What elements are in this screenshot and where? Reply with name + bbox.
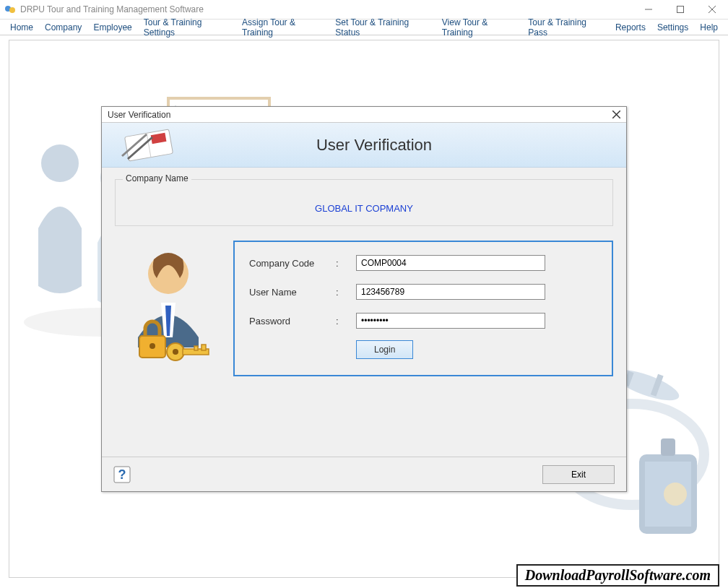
svg-point-12 — [41, 144, 79, 182]
svg-rect-21 — [661, 438, 675, 456]
dialog-footer: ? Exit — [102, 457, 626, 491]
dialog-title: User Verification — [108, 110, 609, 120]
menu-view-tour-training[interactable]: View Tour & Training — [436, 16, 523, 39]
menu-tour-training-pass[interactable]: Tour & Training Pass — [522, 16, 610, 39]
login-form-panel: Company Code : User Name : Password : Lo… — [233, 241, 613, 376]
maximize-button[interactable] — [664, 0, 696, 20]
menu-set-tour-training-status[interactable]: Set Tour & Training Status — [329, 16, 436, 39]
notebook-icon — [118, 129, 180, 162]
app-icon — [4, 4, 16, 15]
dialog-header: User Verification — [102, 123, 626, 168]
password-label: Password — [249, 316, 336, 327]
company-code-label: Company Code — [249, 258, 336, 269]
company-name-value: GLOBAL IT COPMANY — [124, 193, 604, 217]
menu-tour-training-settings[interactable]: Tour & Training Settings — [138, 16, 236, 39]
svg-point-34 — [173, 349, 178, 355]
dialog-titlebar: User Verification — [102, 107, 626, 123]
menu-home[interactable]: Home — [4, 21, 39, 34]
menu-company[interactable]: Company — [39, 21, 87, 34]
menu-assign-tour-training[interactable]: Assign Tour & Training — [236, 16, 329, 39]
watermark: DownloadPayrollSoftware.com — [516, 564, 719, 587]
dialog-heading: User Verification — [194, 136, 554, 155]
help-icon[interactable]: ? — [113, 466, 131, 483]
svg-rect-3 — [677, 7, 684, 13]
svg-rect-36 — [202, 345, 206, 350]
svg-point-1 — [9, 7, 15, 13]
menu-reports[interactable]: Reports — [610, 21, 651, 34]
exit-button[interactable]: Exit — [542, 465, 615, 484]
company-name-label: Company Name — [123, 173, 191, 183]
user-name-label: User Name — [249, 287, 336, 298]
svg-text:?: ? — [118, 467, 126, 482]
svg-rect-37 — [194, 346, 198, 350]
svg-point-32 — [150, 343, 155, 349]
user-lock-icon — [118, 243, 219, 373]
menubar: Home Company Employee Tour & Training Se… — [0, 20, 728, 35]
login-button[interactable]: Login — [356, 340, 413, 359]
company-code-input[interactable] — [356, 255, 545, 271]
company-name-groupbox: Company Name GLOBAL IT COPMANY — [115, 179, 613, 226]
user-verification-dialog: User Verification User Verification Comp… — [101, 106, 627, 492]
menu-help[interactable]: Help — [694, 21, 724, 34]
menu-settings[interactable]: Settings — [651, 21, 694, 34]
password-input[interactable] — [356, 313, 545, 329]
user-name-input[interactable] — [356, 284, 545, 300]
close-button[interactable] — [696, 0, 728, 20]
svg-point-22 — [664, 483, 687, 506]
dialog-close-button[interactable] — [609, 108, 623, 121]
window-title: DRPU Tour and Training Management Softwa… — [20, 4, 633, 14]
menu-employee[interactable]: Employee — [87, 21, 137, 34]
minimize-button[interactable] — [633, 0, 664, 20]
